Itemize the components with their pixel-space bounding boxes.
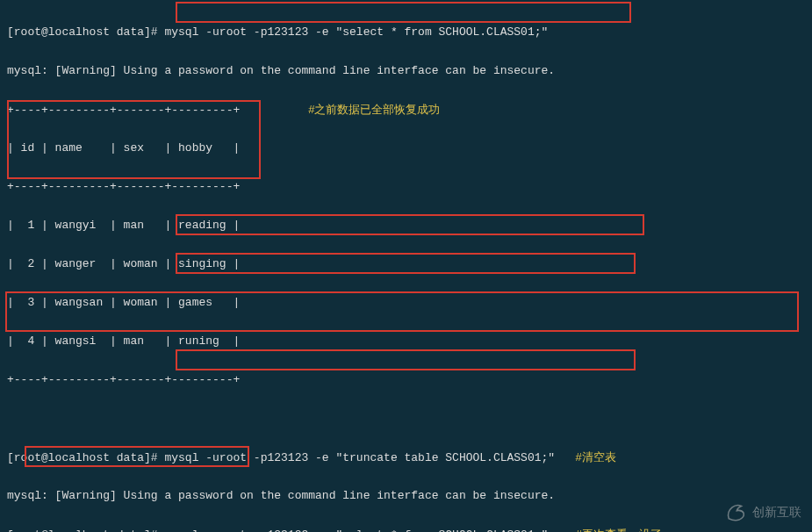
table1-row-3: | 3 | wangsan | woman | games | (7, 296, 240, 309)
table1-row-1: | 1 | wangyi | man | reading | (7, 219, 240, 232)
table1-sep-top: +----+---------+-------+---------+ (7, 104, 240, 117)
logo-text: 创新互联 (752, 502, 801, 521)
mysql-warning-2: mysql: [Warning] Using a password on the… (7, 489, 555, 502)
cmd-truncate: mysql -uroot -p123123 -e "truncate table… (164, 451, 555, 464)
table1-row-4: | 4 | wangsi | man | runing | (7, 334, 240, 348)
shell-prompt[interactable]: [root@localhost data]# (7, 528, 164, 532)
terminal-output: [root@localhost data]# mysql -uroot -p12… (0, 0, 812, 532)
cmd-select-2: mysql -uroot -p123123 -e "select * from … (164, 528, 548, 532)
comment-gone: #再次查看，没了 (576, 528, 662, 532)
table1-header: | id | name | sex | hobby | (7, 141, 240, 155)
table1-row-2: | 2 | wanger | woman | singing | (7, 257, 240, 270)
cmd-select-1: mysql -uroot -p123123 -e "select * from … (164, 25, 548, 39)
mysql-warning-1: mysql: [Warning] Using a password on the… (7, 64, 555, 77)
table1-sep: +----+---------+-------+---------+ (7, 180, 240, 193)
table1-sep-bottom: +----+---------+-------+---------+ (7, 373, 240, 386)
shell-prompt[interactable]: [root@localhost data]# (7, 451, 164, 464)
comment-truncate: #清空表 (576, 450, 616, 464)
logo-icon (724, 500, 747, 523)
shell-prompt[interactable]: [root@localhost data]# (7, 25, 164, 39)
watermark-logo: 创新互联 (724, 500, 801, 523)
comment-restore-ok: #之前数据已全部恢复成功 (308, 103, 440, 116)
